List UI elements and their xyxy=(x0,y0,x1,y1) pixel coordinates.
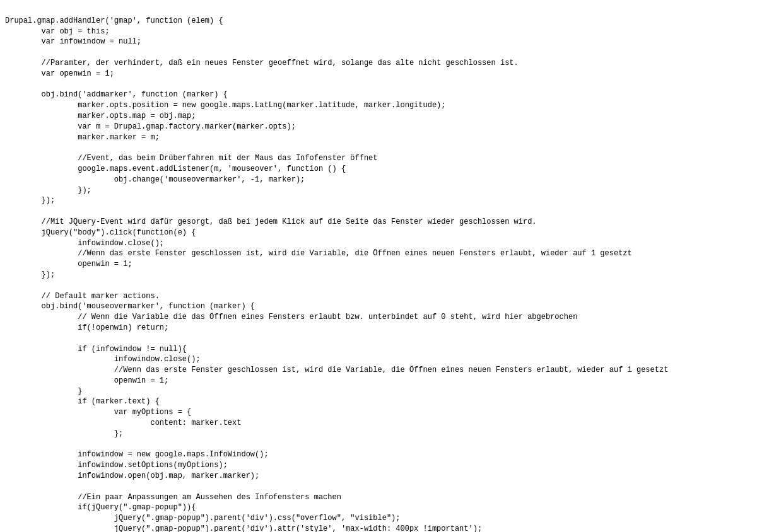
code-line: obj.bind('addmarker', function (marker) … xyxy=(0,90,757,100)
code-line: var obj = this; xyxy=(0,26,757,37)
code-line: }); xyxy=(0,185,757,196)
code-line: //Ein paar Anpassungen am Aussehen des I… xyxy=(0,492,757,503)
code-line: }); xyxy=(0,270,757,280)
code-line: jQuery("body").click(function(e) { xyxy=(0,228,757,238)
code-line: obj.change('mouseovermarker', -1, marker… xyxy=(0,175,757,185)
code-line xyxy=(0,482,757,492)
code-line: google.maps.event.addListener(m, 'mouseo… xyxy=(0,164,757,175)
code-line xyxy=(0,206,757,217)
code-line: Drupal.gmap.addHandler('gmap', function … xyxy=(0,16,757,26)
code-line: if (marker.text) { xyxy=(0,396,757,407)
code-line: if(!openwin) return; xyxy=(0,323,757,333)
code-line: var infowindow = null; xyxy=(0,37,757,47)
code-line: // Default marker actions. xyxy=(0,291,757,302)
code-line: var m = Drupal.gmap.factory.marker(marke… xyxy=(0,122,757,132)
code-line: //Paramter, der verhindert, daß ein neue… xyxy=(0,58,757,69)
code-line xyxy=(0,142,757,153)
code-line: //Event, das beim Drüberfahren mit der M… xyxy=(0,153,757,164)
code-line: }; xyxy=(0,429,757,439)
code-line xyxy=(0,280,757,291)
code-line: marker.opts.map = obj.map; xyxy=(0,111,757,122)
code-line: // Wenn die Variable die das Öffnen eine… xyxy=(0,312,757,323)
code-line: }); xyxy=(0,195,757,206)
code-line: //Wenn das erste Fenster geschlossen ist… xyxy=(0,365,757,376)
code-line: jQuery(".gmap-popup").parent('div').css(… xyxy=(0,513,757,524)
code-line xyxy=(0,333,757,344)
code-line: infowindow.setOptions(myOptions); xyxy=(0,460,757,471)
code-line: openwin = 1; xyxy=(0,259,757,270)
code-line: if (infowindow != null){ xyxy=(0,344,757,355)
code-line: var myOptions = { xyxy=(0,407,757,418)
code-line: if(jQuery(".gmap-popup")){ xyxy=(0,502,757,513)
code-line: obj.bind('mouseovermarker', function (ma… xyxy=(0,301,757,312)
code-line: openwin = 1; xyxy=(0,376,757,386)
code-line: //Wenn das erste Fenster geschlossen ist… xyxy=(0,248,757,259)
code-line: infowindow = new google.maps.InfoWindow(… xyxy=(0,449,757,460)
code-line: infowindow.open(obj.map, marker.marker); xyxy=(0,471,757,482)
code-line: } xyxy=(0,386,757,397)
code-line: jQuery(".gmap-popup").parent('div').attr… xyxy=(0,524,757,532)
code-line xyxy=(0,439,757,450)
code-line: content: marker.text xyxy=(0,418,757,429)
code-line: marker.marker = m; xyxy=(0,132,757,143)
code-line: var openwin = 1; xyxy=(0,69,757,79)
code-line: //Mit JQuery-Event wird dafür gesorgt, d… xyxy=(0,217,757,228)
code-editor: Drupal.gmap.addHandler('gmap', function … xyxy=(0,0,757,532)
code-line xyxy=(0,47,757,58)
code-line: infowindow.close(); xyxy=(0,354,757,365)
code-line: infowindow.close(); xyxy=(0,238,757,249)
code-line: marker.opts.position = new google.maps.L… xyxy=(0,100,757,111)
code-line xyxy=(0,79,757,90)
